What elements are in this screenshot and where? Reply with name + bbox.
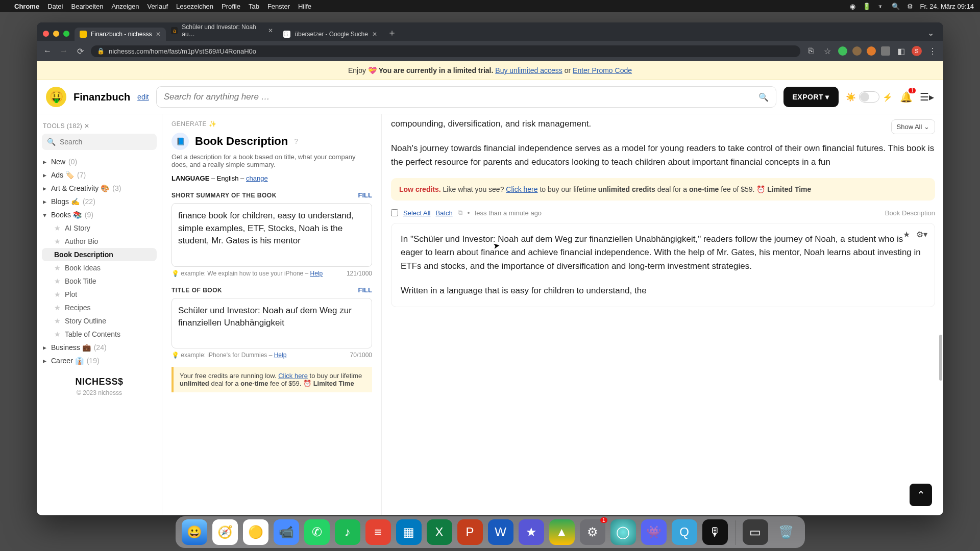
- back-button[interactable]: ←: [42, 46, 53, 56]
- extensions-menu-icon[interactable]: [881, 46, 890, 56]
- dock-voice[interactable]: 🎙: [702, 519, 728, 545]
- dock-discord[interactable]: 👾: [641, 519, 667, 545]
- help-icon[interactable]: ?: [294, 137, 298, 145]
- show-all-dropdown[interactable]: Show All ⌄: [891, 119, 936, 134]
- sidebar-sub-book-ideas[interactable]: ★Book Ideas: [42, 261, 157, 274]
- chrome-menu-icon[interactable]: ⋮: [927, 46, 938, 56]
- close-window-icon[interactable]: [43, 31, 49, 37]
- reload-button[interactable]: ⟳: [75, 46, 86, 56]
- sidebar-sub-author-bio[interactable]: ★Author Bio: [42, 235, 157, 248]
- address-bar[interactable]: 🔒 nichesss.com/home/fast/m1pVstS69#U4Ron…: [91, 45, 800, 57]
- dock-powerpoint[interactable]: P: [457, 519, 483, 545]
- menubar-app[interactable]: Chrome: [14, 3, 39, 10]
- theme-toggle[interactable]: [859, 91, 879, 103]
- dock-siri[interactable]: ◯: [610, 519, 636, 545]
- hamburger-menu-button[interactable]: ☰▸: [920, 91, 934, 103]
- menu-verlauf[interactable]: Verlauf: [148, 3, 168, 10]
- bookmark-star-icon[interactable]: ☆: [822, 46, 833, 56]
- search-icon[interactable]: 🔍: [758, 92, 769, 102]
- sidebar-sub-toc[interactable]: ★Table of Contents: [42, 328, 157, 341]
- sidebar-sub-book-description[interactable]: Book Description: [42, 248, 157, 261]
- title-help-link[interactable]: Help: [274, 352, 287, 359]
- global-search[interactable]: 🔍: [156, 86, 776, 108]
- dock-trello[interactable]: ▦: [396, 519, 422, 545]
- sidebar-item-career[interactable]: ▸Career 👔 (19): [42, 354, 157, 367]
- favorite-star-icon[interactable]: ★: [903, 230, 910, 239]
- copy-icon[interactable]: ⧉: [458, 209, 462, 217]
- sidebar-item-blogs[interactable]: ▸Blogs ✍️ (22): [42, 195, 157, 208]
- spotlight-icon[interactable]: 🔍: [892, 3, 900, 10]
- export-button[interactable]: EXPORT ▾: [783, 87, 839, 107]
- extension-1-icon[interactable]: [838, 46, 847, 56]
- menu-profile[interactable]: Profile: [222, 3, 240, 10]
- tools-search[interactable]: 🔍: [42, 134, 157, 150]
- tools-search-input[interactable]: [60, 138, 152, 146]
- window-controls[interactable]: [41, 31, 75, 41]
- scrollbar-thumb[interactable]: [939, 335, 942, 381]
- select-all-link[interactable]: Select All: [403, 209, 430, 217]
- sidebar-sub-plot[interactable]: ★Plot: [42, 288, 157, 301]
- dock-chrome[interactable]: 🟡: [243, 519, 268, 545]
- wifi-icon[interactable]: ᯤ: [878, 3, 885, 10]
- dock-quicktime[interactable]: Q: [672, 519, 697, 545]
- dock-settings[interactable]: ⚙1: [580, 519, 605, 545]
- screenrec-icon[interactable]: ◉: [850, 3, 855, 10]
- card-settings-icon[interactable]: ⚙▾: [916, 230, 927, 239]
- fill-summary-button[interactable]: FILL: [358, 191, 372, 199]
- battery-icon[interactable]: 🔋: [863, 3, 871, 10]
- dock-excel[interactable]: X: [427, 519, 452, 545]
- select-all-checkbox[interactable]: [391, 209, 398, 216]
- dock-app-window[interactable]: ▭: [743, 519, 768, 545]
- tab-close-icon[interactable]: ✕: [372, 31, 377, 38]
- trial-promo-link[interactable]: Enter Promo Code: [573, 66, 632, 74]
- sidebar-sub-ai-story[interactable]: ★AI Story: [42, 221, 157, 235]
- global-search-input[interactable]: [164, 92, 758, 102]
- low-click-link[interactable]: Click here: [278, 372, 308, 380]
- sidebar-item-ads[interactable]: ▸Ads 🏷️ (7): [42, 168, 157, 182]
- tab-close-icon[interactable]: ✕: [268, 27, 273, 34]
- dock-imovie[interactable]: ★: [519, 519, 544, 545]
- change-language-link[interactable]: change: [246, 174, 268, 182]
- dock-drive[interactable]: ▲: [549, 519, 575, 545]
- sidebar-sub-recipes[interactable]: ★Recipes: [42, 301, 157, 314]
- batch-link[interactable]: Batch: [435, 209, 452, 217]
- results-scrollbar[interactable]: [939, 118, 942, 511]
- menu-datei[interactable]: Datei: [47, 3, 63, 10]
- dock-word[interactable]: W: [488, 519, 513, 545]
- sidebar-item-art[interactable]: ▸Art & Creativity 🎨 (3): [42, 182, 157, 195]
- edit-project-link[interactable]: edit: [137, 93, 149, 101]
- extension-3-icon[interactable]: [867, 46, 876, 56]
- zoom-window-icon[interactable]: [63, 31, 69, 37]
- low-click-link[interactable]: Click here: [506, 185, 537, 193]
- menubar-clock[interactable]: Fr. 24. März 09:14: [920, 3, 974, 10]
- control-center-icon[interactable]: ⚙: [907, 3, 913, 10]
- new-tab-button[interactable]: ＋: [382, 24, 402, 41]
- dock-finder[interactable]: 😀: [182, 519, 207, 545]
- menu-hilfe[interactable]: Hilfe: [298, 3, 311, 10]
- forward-button[interactable]: →: [58, 46, 69, 56]
- scroll-to-top-button[interactable]: ⌃: [910, 484, 932, 506]
- dock-zoom[interactable]: 📹: [274, 519, 299, 545]
- tab-google[interactable]: G übersetzer - Google Suche ✕: [278, 28, 382, 41]
- menu-fenster[interactable]: Fenster: [267, 3, 290, 10]
- sidepanel-icon[interactable]: ◧: [895, 46, 906, 56]
- title-textarea[interactable]: [172, 298, 372, 349]
- sidebar-item-new[interactable]: ▸New (0): [42, 155, 157, 168]
- dock-spotify[interactable]: ♪: [335, 519, 360, 545]
- menu-bearbeiten[interactable]: Bearbeiten: [71, 3, 103, 10]
- notifications-button[interactable]: 🔔1: [900, 91, 913, 103]
- tab-close-icon[interactable]: ✕: [156, 31, 161, 38]
- sidebar-sub-book-title[interactable]: ★Book Title: [42, 274, 157, 288]
- tab-amazon[interactable]: a Schüler und Investor: Noah au… ✕: [166, 22, 278, 41]
- dock-whatsapp[interactable]: ✆: [304, 519, 330, 545]
- menu-tab[interactable]: Tab: [249, 3, 259, 10]
- tab-finanzbuch[interactable]: Finanzbuch - nichesss ✕: [75, 28, 166, 41]
- tabs-dropdown-icon[interactable]: ⌄: [922, 25, 939, 41]
- sidebar-item-business[interactable]: ▸Business 💼 (24): [42, 341, 157, 354]
- install-app-icon[interactable]: ⎘: [805, 46, 817, 56]
- profile-avatar[interactable]: S: [912, 46, 922, 56]
- dock-trash[interactable]: 🗑️: [773, 519, 799, 545]
- fill-title-button[interactable]: FILL: [358, 286, 372, 294]
- menu-lesezeichen[interactable]: Lesezeichen: [176, 3, 213, 10]
- menu-anzeigen[interactable]: Anzeigen: [111, 3, 139, 10]
